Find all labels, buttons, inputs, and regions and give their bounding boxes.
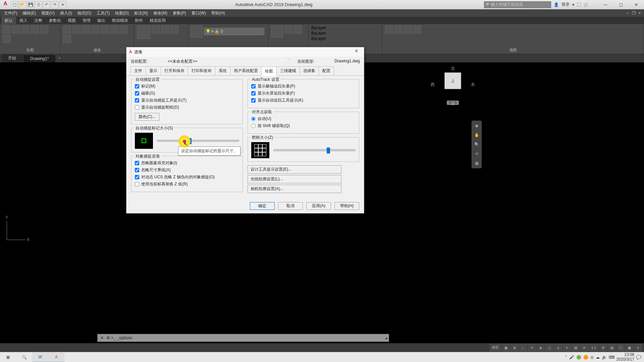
ellipse-icon[interactable] [3, 35, 11, 43]
dtab-system[interactable]: 系统 [215, 66, 230, 75]
menu-params[interactable]: 参数(P) [170, 10, 189, 17]
chk-ignore-hatch[interactable]: 忽略图案填充对象(I) [135, 160, 239, 166]
tray-volume-icon[interactable]: 🔊 [602, 355, 607, 360]
color-combo[interactable]: ByLayer [311, 25, 365, 30]
status-gear-icon[interactable]: ⚙ [599, 344, 607, 351]
rect-icon[interactable] [40, 25, 48, 34]
clipboard-icon[interactable] [413, 25, 421, 34]
cancel-button[interactable]: 取消 [278, 202, 303, 210]
status-transparency-icon[interactable]: ▨ [572, 344, 580, 351]
chk-snap-tooltip[interactable]: 显示自动捕捉工具提示(T) [135, 98, 239, 103]
add-tab-button[interactable]: + [56, 56, 63, 62]
chk-ucs-z[interactable]: 对动态 UCS 忽略 Z 轴负向的对象捕捉(O) [135, 174, 239, 180]
create-block-icon[interactable] [284, 25, 292, 34]
exchange-icon[interactable]: ⛶ [577, 2, 581, 7]
menu-file[interactable]: 文件(F) [1, 10, 20, 17]
status-customize-icon[interactable]: ≡ [634, 344, 642, 351]
tray-ime-icon[interactable]: ⌨ [609, 355, 614, 360]
status-ortho-icon[interactable]: ∟ [519, 344, 527, 351]
help-icon[interactable]: ❔ [591, 2, 596, 7]
status-workspace-icon[interactable]: ▤ [608, 344, 616, 351]
leader-icon[interactable] [161, 25, 169, 34]
apply-button[interactable]: 应用(A) [306, 202, 331, 210]
qat-more-icon[interactable]: ▾ [59, 1, 66, 8]
menu-window[interactable]: 窗口(W) [189, 10, 209, 17]
rad-shift[interactable]: 按 Shift 键获取(Q) [251, 123, 356, 129]
layer-combo[interactable]: 💡 ☀ 🔓 0 [204, 28, 264, 35]
taskbar-word[interactable]: W [32, 352, 48, 362]
viewcube-east[interactable]: 东 [471, 82, 475, 87]
nav-showmotion-icon[interactable]: ▦ [472, 159, 481, 168]
rtab-featured[interactable]: 精选应用 [146, 17, 169, 24]
user-icon[interactable]: 👤 [554, 2, 559, 7]
linetype-combo[interactable]: ByLayer [311, 36, 365, 41]
qat-saveas-icon[interactable]: ⎙ [35, 1, 42, 8]
line-icon[interactable] [3, 25, 11, 34]
status-otrack-icon[interactable]: ∠ [554, 344, 562, 351]
dtab-opensave[interactable]: 打开和保存 [161, 66, 188, 75]
dtab-userprefs[interactable]: 用户系统配置 [230, 66, 262, 75]
rtab-addins[interactable]: 附加模块 [109, 17, 131, 24]
offset-icon[interactable] [63, 35, 71, 43]
help-button[interactable]: 帮助(H) [334, 202, 359, 210]
arc-icon[interactable] [31, 25, 39, 34]
rtab-output[interactable]: 输出 [94, 17, 109, 24]
chk-autotrack-tooltip[interactable]: 显示自动追踪工具提示(K) [251, 98, 356, 103]
menu-view[interactable]: 视图(V) [39, 10, 57, 17]
status-snap-icon[interactable]: ⊞ [511, 344, 519, 351]
status-iso-icon[interactable]: ◈ [537, 344, 545, 351]
chk-marker[interactable]: 标记(M) [135, 83, 239, 89]
viewcube-top[interactable]: 上 [444, 72, 461, 89]
viewcube-north[interactable]: 北 [433, 66, 473, 71]
qat-redo-icon[interactable]: ↷ [51, 1, 58, 8]
layer-props-icon[interactable] [191, 25, 203, 38]
minimize-button[interactable]: — [598, 0, 613, 9]
menu-dimension[interactable]: 标注(N) [131, 10, 151, 17]
rtab-collab[interactable]: 协作 [131, 17, 146, 24]
tray-mic-icon[interactable]: 🎤 [569, 355, 574, 360]
tray-onedrive-icon[interactable]: ☁ [596, 355, 600, 360]
array-icon[interactable] [119, 25, 127, 34]
close-button[interactable]: ✕ [629, 0, 644, 9]
dtab-selection[interactable]: 选择集 [300, 66, 319, 75]
colors-button[interactable]: 颜色(C)... [135, 113, 159, 121]
move-icon[interactable] [63, 25, 71, 34]
polyline-icon[interactable] [12, 25, 20, 34]
chk-replace-z[interactable]: 使用当前标高替换 Z 值(R) [135, 181, 239, 187]
dialog-titlebar[interactable]: A 选项 ✕ [126, 47, 364, 57]
nav-zoom-icon[interactable]: 🔍 [472, 140, 481, 149]
menu-help[interactable]: 帮助(H) [209, 10, 228, 17]
dtab-3dmodel[interactable]: 三维建模 [276, 66, 300, 75]
status-cycle-icon[interactable]: ⟳ [580, 344, 588, 351]
menu-draw[interactable]: 绘图(D) [112, 10, 131, 17]
menu-insert[interactable]: 插入(I) [57, 10, 74, 17]
start-button[interactable]: ⊞ [0, 352, 16, 362]
status-monitor-icon[interactable]: 🖵 [616, 344, 625, 351]
light-outline-button[interactable]: 光线轮廓设置(L)... [248, 175, 341, 183]
viewcube-west[interactable]: 西 [431, 82, 435, 87]
chk-fullscreen-vector[interactable]: 显示全屏追踪矢量(F) [251, 90, 356, 96]
search-button[interactable]: 🔍 [16, 352, 32, 362]
rtab-annotate[interactable]: 注释 [31, 17, 46, 24]
chk-polar-vector[interactable]: 显示极轴追踪矢量(P) [251, 83, 356, 89]
dtab-display[interactable]: 显示 [146, 66, 161, 75]
tray-chevron-icon[interactable]: ˄ [565, 355, 567, 360]
viewcube[interactable]: 北 西 上 东 南 WCS [433, 66, 473, 113]
chk-ignore-dim[interactable]: 忽略尺寸界线(X) [135, 167, 239, 173]
chk-aperture-box[interactable]: 显示自动捕捉靶框(D) [135, 105, 239, 110]
tray-notifications-icon[interactable]: 💬 [636, 355, 641, 360]
taskbar-autocad[interactable]: A [48, 352, 64, 362]
rtab-manage[interactable]: 管理 [79, 17, 94, 24]
qat-open-icon[interactable]: 📂 [19, 1, 26, 8]
qat-new-icon[interactable]: ▢ [11, 1, 18, 8]
rtab-parametric[interactable]: 参数化 [46, 17, 64, 24]
dtab-plot[interactable]: 打印和发布 [188, 66, 215, 75]
status-clean-icon[interactable]: ▣ [625, 344, 633, 351]
copy-icon[interactable] [72, 25, 80, 34]
scale-icon[interactable] [110, 25, 118, 34]
status-polar-icon[interactable]: ✛ [528, 344, 536, 351]
mirror-icon[interactable] [101, 25, 109, 34]
table-icon[interactable] [170, 25, 178, 34]
cmd-customize-icon[interactable]: ⚙ [105, 336, 111, 340]
dtab-files[interactable]: 文件 [130, 66, 146, 75]
